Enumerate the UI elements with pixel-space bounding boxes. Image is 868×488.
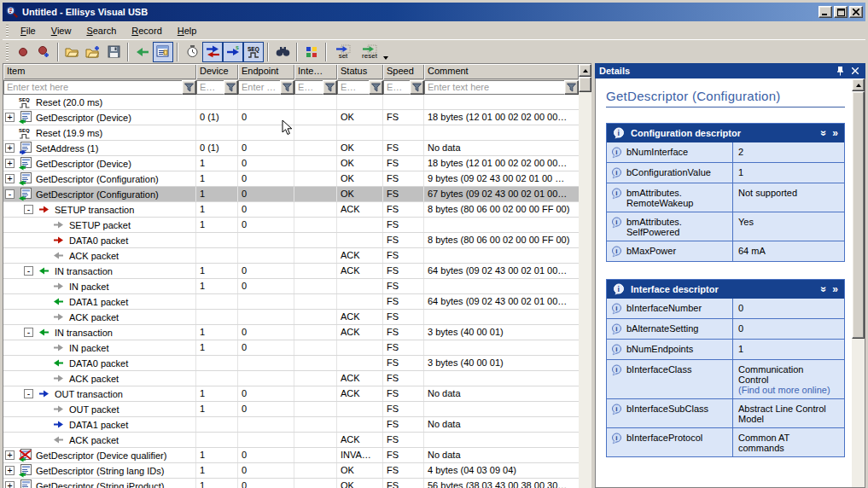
table-row[interactable]: - IN transaction 1 0 ACK FS 64 bytes (09… [3, 264, 579, 279]
filter-input[interactable] [3, 80, 182, 95]
table-row[interactable]: - IN transaction 1 0 ACK FS 3 bytes (40 … [3, 325, 579, 340]
table-row[interactable]: DATA0 packet FS 8 bytes (80 06 00 02 00 … [3, 233, 579, 248]
record-button[interactable] [13, 42, 33, 62]
filter-button[interactable] [280, 80, 294, 95]
open-button[interactable] [62, 42, 83, 62]
section-menu-icon[interactable]: » [832, 285, 838, 293]
column-header-device[interactable]: Device [196, 64, 238, 79]
transactions-view-button[interactable] [202, 42, 223, 62]
expand-toggle[interactable]: + [5, 466, 15, 475]
save-button[interactable] [103, 42, 124, 62]
expand-toggle[interactable]: - [24, 328, 33, 337]
table-row[interactable]: + GetDescriptor (String iProduct) 1 0 OK… [3, 479, 579, 488]
collapse-section-icon[interactable]: » [819, 287, 828, 293]
expand-toggle[interactable]: + [5, 174, 15, 183]
scroll-up-button[interactable] [579, 64, 591, 77]
table-row[interactable]: + GetDescriptor (Device) 1 0 OK FS 18 by… [3, 156, 579, 171]
reset-markers-button[interactable]: reset [356, 42, 383, 62]
table-row[interactable]: ACK packet ACK FS [3, 433, 579, 448]
open-add-button[interactable] [83, 42, 103, 62]
split-transactions-button[interactable]: s [223, 42, 243, 62]
table-row[interactable]: + SetAddress (1) 0 (1) 0 OK FS No data [3, 141, 579, 156]
minimize-button[interactable] [818, 6, 832, 18]
expand-toggle[interactable]: + [5, 113, 15, 122]
filter-input[interactable] [337, 80, 369, 95]
scrollbar-thumb[interactable] [579, 77, 591, 92]
column-header-interface[interactable]: Inte… [294, 64, 337, 79]
menu-help[interactable]: Help [171, 23, 204, 38]
table-row[interactable]: + GetDescriptor (Device qualifier) 1 0 I… [3, 448, 579, 463]
table-row[interactable]: DATA0 packet FS 3 bytes (40 00 01) [3, 356, 579, 371]
expand-toggle[interactable]: + [5, 481, 15, 488]
table-row[interactable]: SEQ Reset (20.0 ms) [3, 95, 579, 110]
details-section-header[interactable]: i Interface descriptor » » [607, 280, 844, 299]
table-row[interactable]: IN packet 1 0 FS [3, 340, 579, 356]
table-row[interactable]: + GetDescriptor (Device) 0 (1) 0 OK FS 1… [3, 110, 579, 125]
maximize-button[interactable] [834, 6, 848, 18]
collapse-section-icon[interactable]: » [819, 131, 828, 137]
toolbar-grip[interactable] [6, 44, 9, 61]
expand-toggle[interactable]: + [5, 143, 15, 153]
menu-view[interactable]: View [44, 23, 79, 38]
table-row[interactable]: + GetDescriptor (Configuration) 1 0 OK F… [3, 171, 579, 187]
expand-toggle[interactable]: - [24, 266, 33, 276]
section-menu-icon[interactable]: » [832, 129, 838, 137]
find-button[interactable] [272, 42, 293, 62]
table-row[interactable]: - SETUP transaction 1 0 ACK FS 8 bytes (… [3, 202, 579, 218]
expand-toggle[interactable]: - [24, 205, 33, 214]
expand-toggle[interactable]: + [5, 159, 15, 168]
column-header-speed[interactable]: Speed [383, 64, 424, 79]
timing-button[interactable] [182, 42, 202, 62]
record-new-button[interactable] [33, 42, 54, 62]
sequencer-view-button[interactable]: SEQ [243, 42, 264, 62]
table-row[interactable]: DATA1 packet FS No data [3, 417, 579, 433]
menu-record[interactable]: Record [125, 23, 168, 38]
table-row[interactable]: + GetDescriptor (String lang IDs) 1 0 OK… [3, 463, 579, 479]
details-scrollbar[interactable] [852, 78, 865, 487]
filter-input[interactable] [383, 80, 410, 95]
column-header-status[interactable]: Status [337, 64, 383, 79]
column-header-comment[interactable]: Comment [424, 64, 579, 79]
column-header-endpoint[interactable]: Endpoint [238, 64, 294, 79]
details-close-button[interactable] [849, 66, 861, 77]
table-row[interactable]: SETUP packet 1 0 FS [3, 218, 579, 233]
details-section-header[interactable]: i Configuration descriptor » » [607, 124, 844, 142]
table-row[interactable]: ACK packet ACK FS [3, 248, 579, 264]
filter-button[interactable] [410, 80, 424, 95]
find-out-more-link[interactable]: (Find out more online) [738, 385, 830, 395]
table-row[interactable]: OUT packet 1 0 FS [3, 402, 579, 417]
menu-search[interactable]: Search [79, 23, 123, 38]
expand-toggle[interactable]: - [5, 189, 15, 199]
expand-toggle[interactable]: + [5, 450, 15, 460]
close-button[interactable] [849, 6, 863, 18]
table-row[interactable]: ACK packet ACK FS [3, 371, 579, 386]
filter-button[interactable] [323, 80, 337, 95]
column-header-item[interactable]: Item [3, 64, 196, 79]
filter-button[interactable] [224, 80, 238, 95]
filter-input[interactable] [196, 80, 224, 95]
table-scrollbar[interactable] [579, 64, 591, 488]
table-row[interactable]: - OUT transaction 1 0 ACK FS No data [3, 386, 579, 402]
menu-file[interactable]: File [14, 23, 43, 38]
table-row[interactable]: IN packet 1 0 FS [3, 279, 579, 294]
menu-grip[interactable] [6, 25, 9, 37]
table-row[interactable]: SEQ Reset (19.9 ms) [3, 125, 579, 141]
table-row[interactable]: ACK packet ACK FS [3, 310, 579, 325]
scroll-up-button[interactable] [852, 78, 865, 91]
pin-button[interactable] [834, 66, 846, 77]
filter-button[interactable] [369, 80, 383, 95]
table-row[interactable]: DATA1 packet FS 64 bytes (09 02 43 00 02… [3, 294, 579, 310]
toolbar-overflow-button[interactable] [383, 43, 392, 61]
properties-view-button[interactable] [153, 42, 173, 62]
back-button[interactable] [132, 42, 153, 62]
filter-button[interactable] [564, 80, 579, 95]
set-marker-button[interactable]: set [330, 42, 356, 62]
filter-input[interactable] [294, 80, 323, 95]
table-row[interactable]: - GetDescriptor (Configuration) 1 0 OK F… [3, 187, 579, 202]
scrollbar-thumb[interactable] [852, 91, 865, 339]
filter-input[interactable] [424, 80, 564, 95]
statistics-button[interactable] [301, 42, 322, 62]
expand-toggle[interactable]: - [24, 389, 33, 398]
filter-input[interactable] [238, 80, 280, 95]
filter-button[interactable] [182, 80, 196, 95]
